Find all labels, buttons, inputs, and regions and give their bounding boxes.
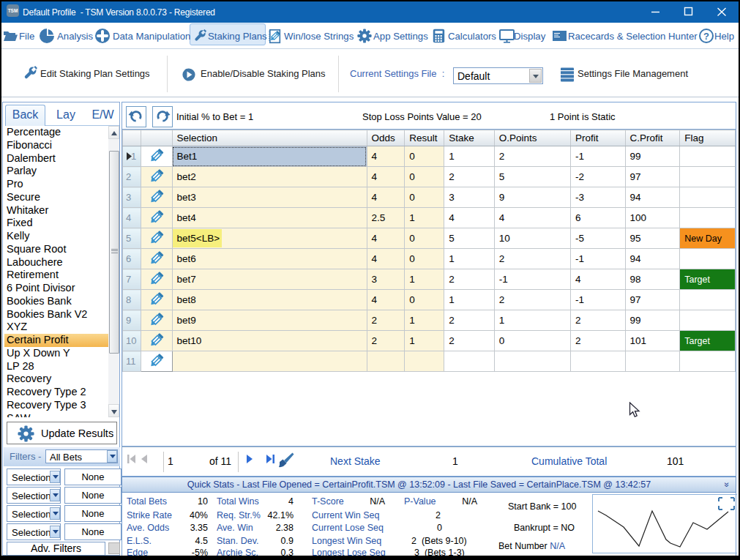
svg-text:?: ? [703,31,709,42]
